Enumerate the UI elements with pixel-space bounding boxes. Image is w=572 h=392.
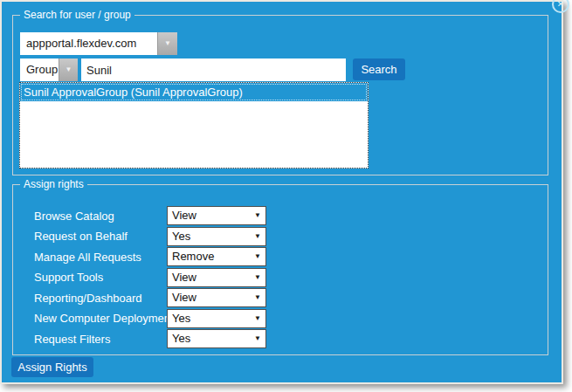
search-fieldset-legend: Search for user / group [20,9,134,22]
chevron-down-icon: ▼ [254,207,261,224]
rights-fieldset-legend: Assign rights [20,178,87,191]
search-type-select[interactable]: Group ▼ [20,58,78,81]
chevron-down-icon: ▼ [254,289,261,306]
close-icon[interactable]: ✕ [552,0,569,13]
chevron-down-icon: ▼ [254,269,261,286]
assign-rights-fieldset: Assign rights Browse Catalog View ▼ Requ… [12,184,548,355]
chevron-down-icon[interactable]: ▼ [59,58,78,81]
browse-catalog-select[interactable]: View ▼ [167,206,266,225]
chevron-down-icon: ▼ [254,248,261,265]
select-value: Yes [172,332,190,345]
rights-row-browse-catalog: Browse Catalog View ▼ [34,206,266,225]
rights-label: Request on Behalf [34,230,167,243]
rights-row-request-on-behalf: Request on Behalf Yes ▼ [34,227,266,246]
rights-label: Manage All Requests [34,251,167,264]
rights-label: Reporting/Dashboard [34,292,167,305]
chevron-down-icon: ▼ [254,330,261,347]
search-results-listbox[interactable]: Sunil ApprovalGroup (Sunil ApprovalGroup… [19,82,369,168]
select-value: View [172,209,196,222]
rights-row-request-filters: Request Filters Yes ▼ [34,329,266,348]
request-on-behalf-select[interactable]: Yes ▼ [167,227,266,246]
domain-select-value: appportal.flexdev.com [26,37,136,50]
rights-rows: Browse Catalog View ▼ Request on Behalf … [34,206,266,350]
select-value: View [172,291,196,304]
assign-rights-button[interactable]: Assign Rights [11,357,93,377]
search-input[interactable] [81,58,346,81]
domain-select[interactable]: appportal.flexdev.com ▼ [20,32,177,55]
search-group-fieldset: Search for user / group appportal.flexde… [12,15,548,175]
rights-row-manage-all-requests: Manage All Requests Remove ▼ [34,247,266,266]
chevron-down-icon[interactable]: ▼ [157,32,177,55]
select-value: Yes [172,312,190,325]
rights-row-reporting-dashboard: Reporting/Dashboard View ▼ [34,288,266,307]
select-value: Remove [172,250,214,263]
new-computer-deployment-select[interactable]: Yes ▼ [167,309,266,328]
manage-all-requests-select[interactable]: Remove ▼ [167,247,266,266]
rights-label: Support Tools [34,271,167,284]
chevron-down-icon: ▼ [254,228,261,245]
rights-row-new-computer-deployment: New Computer Deployment Yes ▼ [34,309,266,328]
rights-label: Browse Catalog [34,210,167,223]
rights-row-support-tools: Support Tools View ▼ [34,268,266,287]
request-filters-select[interactable]: Yes ▼ [167,329,266,348]
search-button[interactable]: Search [353,58,405,80]
rights-label: Request Filters [34,333,167,346]
rights-label: New Computer Deployment [34,312,167,325]
chevron-down-icon: ▼ [254,310,261,327]
select-value: Yes [172,230,190,243]
search-type-select-value: Group [26,63,58,76]
reporting-dashboard-select[interactable]: View ▼ [167,288,266,307]
list-item[interactable]: Sunil ApprovalGroup (Sunil ApprovalGroup… [20,83,368,101]
select-value: View [172,271,196,284]
support-tools-select[interactable]: View ▼ [167,268,266,287]
dialog-window: Search for user / group appportal.flexde… [0,0,563,384]
assign-rights-dialog: Search for user / group appportal.flexde… [0,0,572,392]
